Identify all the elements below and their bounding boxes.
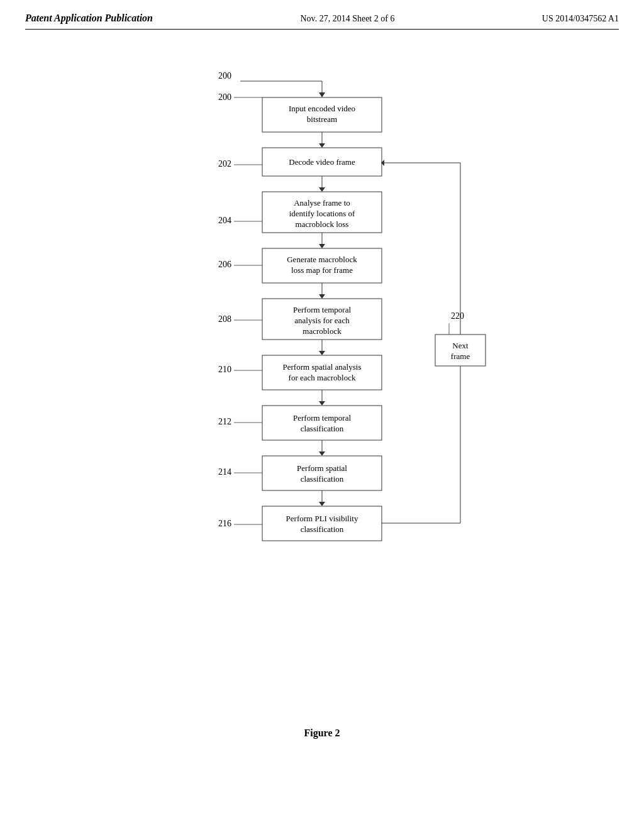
label-216: 216	[218, 519, 231, 528]
label-202: 202	[218, 159, 231, 169]
label-200-top: 200	[218, 92, 231, 102]
arrow2-head	[319, 187, 325, 192]
label-220: 220	[451, 311, 464, 321]
box-temporal-classification	[262, 406, 382, 440]
label-208: 208	[218, 314, 231, 324]
label-204: 204	[218, 216, 231, 225]
label-212: 212	[218, 417, 231, 426]
figure-caption: Figure 2	[25, 728, 619, 739]
box9-line2: classification	[301, 524, 344, 534]
arrow1-head	[319, 143, 325, 148]
arrow6-head	[319, 401, 325, 406]
box-spatial-classification	[262, 456, 382, 490]
flowchart-svg: 200 Input encoded video bitstream 202 De…	[102, 48, 542, 709]
box1-line1: Input encoded video	[289, 104, 355, 113]
diagram-container: 200 Input encoded video bitstream 202 De…	[25, 48, 619, 709]
box3-line3: macroblock loss	[296, 219, 349, 229]
box1-line2: bitstream	[307, 114, 337, 124]
header-publication: Patent Application Publication	[25, 13, 153, 24]
box4-line1: Generate macroblock	[287, 255, 357, 264]
box3-line2: identify locations of	[289, 209, 355, 218]
next-frame-line2: frame	[451, 351, 470, 361]
box9-line1: Perform PLI visibility	[286, 514, 358, 523]
page: Patent Application Publication Nov. 27, …	[0, 0, 644, 830]
box6-line1: Perform spatial analysis	[283, 362, 362, 372]
arrow-to-box1	[319, 92, 325, 97]
next-frame-line1: Next	[452, 341, 469, 350]
box8-line2: classification	[301, 474, 344, 484]
header-date-sheet: Nov. 27, 2014 Sheet 2 of 6	[300, 14, 394, 24]
box5-line2: analysis for each	[294, 316, 350, 325]
box3-line1: Analyse frame to	[294, 198, 350, 208]
header-patent-number: US 2014/0347562 A1	[542, 14, 619, 24]
arrow8-head	[319, 502, 325, 506]
box8-line1: Perform spatial	[297, 463, 347, 473]
arrow5-head	[319, 351, 325, 355]
box7-line1: Perform temporal	[293, 413, 351, 423]
label-206: 206	[218, 260, 231, 269]
box2-text: Decode video frame	[289, 157, 355, 167]
box-pli-visibility	[262, 506, 382, 541]
box-next-frame	[435, 335, 486, 366]
box5-line1: Perform temporal	[293, 305, 351, 314]
label-200: 200	[218, 71, 231, 80]
box6-line2: for each macroblock	[289, 373, 356, 382]
arrow7-head	[319, 451, 325, 456]
label-214: 214	[218, 467, 231, 477]
arrow3-head	[319, 244, 325, 248]
header: Patent Application Publication Nov. 27, …	[25, 13, 619, 30]
label-210: 210	[218, 365, 231, 374]
arrow4-head	[319, 294, 325, 299]
box7-line2: classification	[301, 424, 344, 433]
box4-line2: loss map for frame	[291, 265, 353, 275]
box5-line3: macroblock	[303, 326, 341, 336]
